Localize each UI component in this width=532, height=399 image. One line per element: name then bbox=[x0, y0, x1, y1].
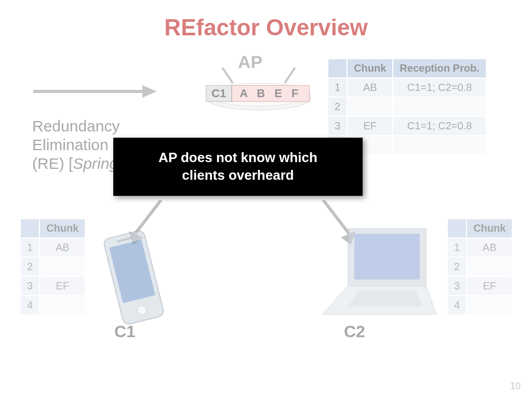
packet: C1 A B E F bbox=[206, 85, 310, 102]
table-row: 2 bbox=[328, 97, 486, 116]
svg-line-1 bbox=[285, 68, 295, 83]
c1-table: Chunk 1AB 2 3EF 4 bbox=[20, 218, 86, 315]
c2-label: C2 bbox=[344, 322, 365, 341]
table-row: 3EF bbox=[20, 276, 85, 296]
c1-label: C1 bbox=[114, 322, 136, 341]
arrow-right-icon bbox=[33, 81, 158, 102]
table-row: 1ABC1=1; C2=0.8 bbox=[328, 78, 486, 97]
laptop-icon bbox=[307, 223, 436, 332]
table-row: 2 bbox=[20, 257, 85, 276]
table-row: 1AB bbox=[447, 238, 512, 257]
c2-table: Chunk 1AB 2 3EF 4 bbox=[447, 218, 513, 315]
table-row: 3EFC1=1; C2=0.8 bbox=[328, 116, 486, 136]
citation-text: Redundancy Elimination (RE) [Spring bbox=[32, 117, 119, 173]
table-row: 4 bbox=[20, 296, 85, 315]
svg-marker-17 bbox=[348, 291, 423, 307]
page-number: 10 bbox=[510, 381, 521, 392]
packet-header: C1 bbox=[206, 85, 232, 102]
svg-marker-5 bbox=[142, 85, 157, 98]
table-row: 2 bbox=[447, 257, 512, 276]
slide-title: REfactor Overview bbox=[0, 15, 532, 41]
phone-icon bbox=[94, 229, 171, 338]
svg-line-0 bbox=[222, 68, 233, 83]
callout-box: AP does not know which clients overheard bbox=[113, 138, 363, 196]
packet-payload: A B E F bbox=[232, 85, 309, 102]
table-row: 3EF bbox=[447, 276, 512, 296]
table-row: 4 bbox=[447, 296, 512, 315]
table-row: 1AB bbox=[20, 238, 85, 257]
svg-marker-15 bbox=[354, 234, 420, 280]
